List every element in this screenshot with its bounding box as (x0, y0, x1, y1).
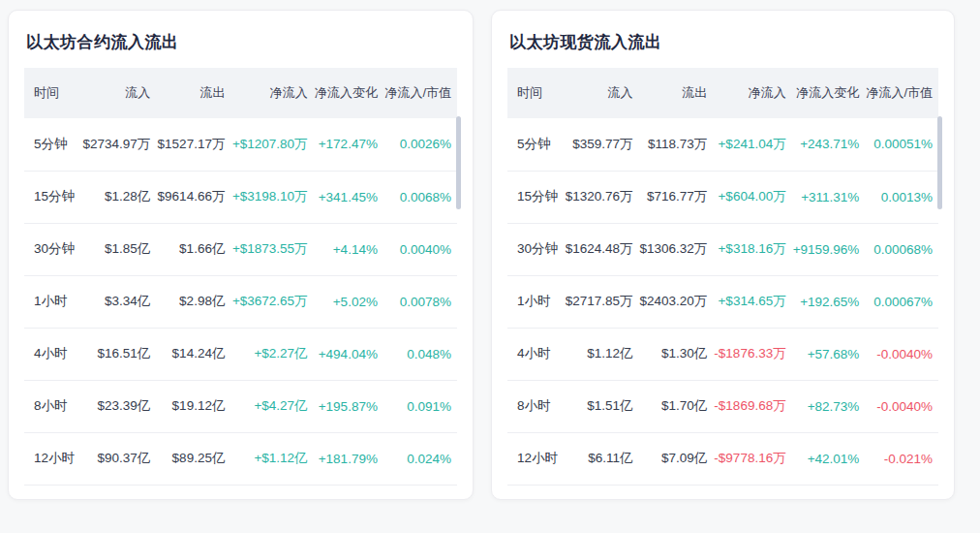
outflow-cell: $1.30亿 (636, 328, 711, 380)
spot-flow-table: 时间 流入 流出 净流入 净流入变化 净流入/市值 5分钟 $359.77万 $… (507, 68, 938, 486)
time-cell: 30分钟 (507, 223, 562, 275)
net-mcap-cell: -0.0040% (862, 328, 938, 380)
col-header-net-mcap: 净流入/市值 (862, 68, 938, 118)
net-change-cell: +311.31% (789, 171, 863, 223)
col-header-net-change: 净流入变化 (311, 68, 381, 118)
outflow-cell: $7.09亿 (636, 432, 711, 485)
time-cell: 1小时 (24, 275, 78, 328)
col-header-outflow: 流出 (636, 68, 711, 118)
outflow-cell: $1306.32万 (636, 223, 711, 275)
table-scrollbar-thumb[interactable] (937, 116, 942, 209)
col-header-inflow: 流入 (562, 68, 636, 118)
time-cell: 8小时 (507, 380, 562, 432)
outflow-cell: $118.73万 (636, 118, 711, 171)
net-mcap-cell: 0.0078% (381, 275, 457, 328)
time-cell: 4小时 (24, 328, 78, 380)
table-header-row: 时间 流入 流出 净流入 净流入变化 净流入/市值 (507, 68, 938, 118)
net-mcap-cell: 0.00067% (862, 275, 938, 328)
net-change-cell: +5.02% (311, 275, 381, 328)
spot-flow-card: 以太坊现货流入流出 时间 流入 流出 净流入 净流入变化 净流入/市值 5分钟 … (491, 10, 955, 500)
inflow-cell: $3.34亿 (78, 275, 153, 328)
net-inflow-cell: -$9778.16万 (710, 432, 788, 485)
net-inflow-cell: +$1873.55万 (228, 223, 310, 275)
table-row: 12小时 $90.37亿 $89.25亿 +$1.12亿 +181.79% 0.… (24, 432, 457, 485)
net-inflow-cell: +$604.00万 (710, 171, 788, 223)
table-row: 30分钟 $1624.48万 $1306.32万 +$318.16万 +9159… (507, 223, 938, 275)
table-header-row: 时间 流入 流出 净流入 净流入变化 净流入/市值 (24, 68, 457, 118)
inflow-cell: $1.51亿 (562, 380, 636, 432)
time-cell: 12小时 (507, 432, 562, 485)
time-cell: 12小时 (24, 432, 78, 485)
net-mcap-cell: 0.0013% (862, 171, 938, 223)
inflow-cell: $1.28亿 (78, 171, 153, 223)
inflow-cell: $1.85亿 (78, 223, 153, 275)
inflow-cell: $23.39亿 (78, 380, 153, 432)
card-title-contract: 以太坊合约流入流出 (26, 31, 457, 53)
table-row: 12小时 $6.11亿 $7.09亿 -$9778.16万 +42.01% -0… (507, 432, 938, 485)
table-row: 4小时 $16.51亿 $14.24亿 +$2.27亿 +494.04% 0.0… (24, 328, 457, 380)
col-header-net: 净流入 (228, 68, 310, 118)
table-row: 1小时 $2717.85万 $2403.20万 +$314.65万 +192.6… (507, 275, 938, 328)
net-inflow-cell: +$2.27亿 (228, 328, 310, 380)
table-row: 15分钟 $1.28亿 $9614.66万 +$3198.10万 +341.45… (24, 171, 457, 223)
net-inflow-cell: -$1869.68万 (710, 380, 788, 432)
outflow-cell: $716.77万 (636, 171, 711, 223)
outflow-cell: $1.70亿 (636, 380, 711, 432)
inflow-cell: $359.77万 (562, 118, 636, 171)
net-change-cell: +181.79% (311, 432, 381, 485)
net-mcap-cell: 0.0068% (381, 171, 457, 223)
outflow-cell: $19.12亿 (153, 380, 228, 432)
table-row: 30分钟 $1.85亿 $1.66亿 +$1873.55万 +4.14% 0.0… (24, 223, 457, 275)
inflow-cell: $2734.97万 (78, 118, 153, 171)
net-inflow-cell: +$1207.80万 (228, 118, 310, 171)
net-inflow-cell: +$3672.65万 (228, 275, 310, 328)
table-row: 8小时 $1.51亿 $1.70亿 -$1869.68万 +82.73% -0.… (507, 380, 938, 432)
net-inflow-cell: +$3198.10万 (228, 171, 310, 223)
time-cell: 15分钟 (24, 171, 78, 223)
table-row: 15分钟 $1320.76万 $716.77万 +$604.00万 +311.3… (507, 171, 938, 223)
inflow-cell: $1.12亿 (562, 328, 636, 380)
table-row: 4小时 $1.12亿 $1.30亿 -$1876.33万 +57.68% -0.… (507, 328, 938, 380)
net-inflow-cell: +$1.12亿 (228, 432, 310, 485)
contract-flow-card: 以太坊合约流入流出 时间 流入 流出 净流入 净流入变化 净流入/市值 5分钟 … (8, 10, 474, 500)
table-row: 1小时 $3.34亿 $2.98亿 +$3672.65万 +5.02% 0.00… (24, 275, 457, 328)
net-mcap-cell: 0.0026% (381, 118, 457, 171)
outflow-cell: $1527.17万 (153, 118, 228, 171)
col-header-net-change: 净流入变化 (789, 68, 863, 118)
outflow-cell: $9614.66万 (153, 171, 228, 223)
net-mcap-cell: -0.021% (862, 432, 938, 485)
net-mcap-cell: 0.091% (381, 380, 457, 432)
net-change-cell: +494.04% (311, 328, 381, 380)
net-change-cell: +42.01% (789, 432, 863, 485)
inflow-cell: $90.37亿 (78, 432, 153, 485)
table-row: 8小时 $23.39亿 $19.12亿 +$4.27亿 +195.87% 0.0… (24, 380, 457, 432)
time-cell: 30分钟 (24, 223, 78, 275)
outflow-cell: $89.25亿 (153, 432, 228, 485)
outflow-cell: $2403.20万 (636, 275, 711, 328)
card-title-spot: 以太坊现货流入流出 (509, 31, 938, 53)
net-mcap-cell: 0.0040% (381, 223, 457, 275)
col-header-inflow: 流入 (78, 68, 153, 118)
time-cell: 4小时 (507, 328, 562, 380)
col-header-net: 净流入 (710, 68, 788, 118)
table-row: 5分钟 $359.77万 $118.73万 +$241.04万 +243.71%… (507, 118, 938, 171)
inflow-cell: $6.11亿 (562, 432, 636, 485)
outflow-cell: $2.98亿 (153, 275, 228, 328)
contract-flow-table: 时间 流入 流出 净流入 净流入变化 净流入/市值 5分钟 $2734.97万 … (24, 68, 457, 486)
inflow-cell: $2717.85万 (562, 275, 636, 328)
net-change-cell: +82.73% (789, 380, 863, 432)
net-mcap-cell: 0.024% (381, 432, 457, 485)
net-mcap-cell: 0.00068% (862, 223, 938, 275)
net-inflow-cell: +$241.04万 (710, 118, 788, 171)
outflow-cell: $14.24亿 (153, 328, 228, 380)
net-change-cell: +57.68% (789, 328, 863, 380)
net-inflow-cell: +$318.16万 (710, 223, 788, 275)
net-change-cell: +192.65% (789, 275, 863, 328)
net-change-cell: +341.45% (311, 171, 381, 223)
inflow-cell: $16.51亿 (78, 328, 153, 380)
inflow-cell: $1624.48万 (562, 223, 636, 275)
table-scrollbar-thumb[interactable] (456, 116, 461, 209)
col-header-time: 时间 (24, 68, 78, 118)
net-change-cell: +4.14% (311, 223, 381, 275)
net-change-cell: +9159.96% (789, 223, 863, 275)
